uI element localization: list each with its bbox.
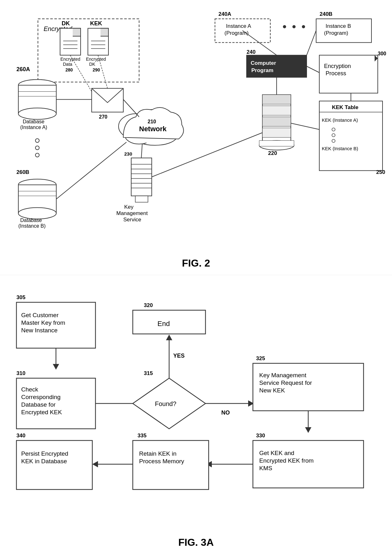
svg-rect-89	[135, 196, 148, 202]
svg-text:(Instance B): (Instance B)	[18, 223, 46, 229]
svg-text:Encrypted KEK: Encrypted KEK	[21, 409, 62, 416]
svg-text:Key Management: Key Management	[259, 372, 307, 379]
svg-point-104	[35, 139, 39, 143]
svg-point-20	[18, 108, 56, 120]
svg-marker-114	[53, 364, 59, 370]
svg-text:Process: Process	[326, 70, 346, 77]
svg-text:270: 270	[99, 114, 107, 120]
svg-text:Get Customer: Get Customer	[21, 312, 59, 318]
svg-rect-150	[133, 440, 209, 489]
svg-text:(Instance A): (Instance A)	[20, 125, 47, 130]
svg-line-94	[141, 144, 142, 158]
svg-text:DK: DK	[62, 20, 70, 27]
svg-rect-68	[259, 141, 294, 146]
svg-text:Database: Database	[23, 119, 45, 124]
svg-text:Data: Data	[63, 62, 72, 67]
svg-text:240: 240	[247, 49, 255, 55]
fig2-diagram: Encrypted DK KEK Encrypted Data 280	[0, 0, 392, 275]
envelope-icon: 270	[92, 89, 123, 120]
svg-line-61	[307, 66, 319, 73]
svg-rect-25	[92, 89, 123, 112]
svg-text:325: 325	[256, 355, 265, 361]
svg-text:330: 330	[256, 433, 265, 439]
svg-line-55	[307, 31, 316, 55]
fig2-label: FIG. 2	[0, 252, 392, 272]
svg-text:Instance A: Instance A	[226, 23, 251, 29]
svg-text:280: 280	[65, 67, 73, 72]
svg-text:Database for: Database for	[21, 401, 56, 408]
svg-rect-143	[253, 440, 364, 488]
svg-text:Found?: Found?	[155, 400, 176, 407]
svg-text:Service: Service	[123, 217, 141, 223]
svg-text:Retain KEK in: Retain KEK in	[139, 450, 176, 457]
svg-text:KEK Table: KEK Table	[332, 104, 358, 110]
svg-text:Network: Network	[139, 125, 167, 133]
svg-rect-50	[247, 55, 307, 77]
svg-rect-66	[262, 128, 291, 138]
svg-text:Encrypted KEK from: Encrypted KEK from	[259, 457, 314, 464]
svg-text:315: 315	[144, 370, 153, 376]
svg-text:KEK (Instance A): KEK (Instance A)	[322, 117, 358, 123]
svg-text:230: 230	[124, 151, 132, 157]
svg-text:290: 290	[93, 67, 100, 72]
doc-dk-icon: Encrypted Data 280	[60, 28, 81, 72]
svg-text:260A: 260A	[16, 66, 30, 72]
doc-kek-icon: Encrypted DK 290	[86, 28, 108, 72]
svg-point-49	[302, 25, 305, 28]
svg-rect-71	[319, 101, 383, 171]
fig3a-diagram: 305 Get Customer Master Key from New Ins…	[0, 275, 392, 554]
svg-line-81	[291, 123, 319, 130]
svg-text:300: 300	[378, 51, 386, 56]
svg-text:KEK: KEK	[90, 20, 102, 27]
db-instance-a: Database (Instance A)	[18, 80, 56, 130]
svg-text:DK: DK	[89, 62, 95, 67]
svg-text:KEK in Database: KEK in Database	[21, 458, 67, 465]
svg-line-107	[56, 142, 126, 199]
svg-rect-156	[16, 440, 92, 489]
svg-text:End: End	[157, 320, 170, 328]
svg-text:240A: 240A	[218, 11, 231, 17]
network-cloud: Network 210	[119, 108, 184, 145]
svg-rect-82	[131, 158, 152, 196]
svg-text:Check: Check	[21, 386, 38, 393]
svg-text:KMS: KMS	[259, 465, 272, 471]
svg-text:250: 250	[376, 169, 385, 175]
svg-text:KEK (Instance B): KEK (Instance B)	[322, 146, 358, 151]
server-icon: 220	[259, 95, 294, 156]
svg-point-48	[292, 25, 296, 28]
page: Encrypted DK KEK Encrypted Data 280	[0, 0, 392, 554]
svg-point-47	[283, 25, 286, 28]
svg-text:Program: Program	[251, 67, 273, 73]
svg-text:335: 335	[138, 433, 146, 439]
svg-marker-154	[92, 461, 98, 467]
svg-point-105	[35, 146, 39, 150]
svg-rect-63	[262, 95, 291, 104]
svg-text:Encrypted: Encrypted	[60, 57, 80, 62]
svg-text:(Program): (Program)	[224, 30, 249, 36]
svg-text:Encrypted: Encrypted	[86, 57, 106, 62]
svg-text:Process Memory: Process Memory	[139, 458, 184, 465]
svg-text:New Instance: New Instance	[21, 327, 58, 334]
svg-text:New KEK: New KEK	[259, 387, 285, 394]
svg-text:(Program): (Program)	[324, 30, 348, 36]
db-instance-b: Database (Instance B)	[18, 179, 56, 229]
svg-text:Instance B: Instance B	[326, 23, 351, 29]
svg-text:Encryption: Encryption	[324, 63, 351, 69]
svg-text:Master Key from: Master Key from	[21, 319, 65, 326]
svg-text:260B: 260B	[16, 169, 29, 175]
svg-rect-65	[262, 117, 291, 126]
svg-text:Key: Key	[124, 204, 134, 210]
svg-marker-141	[305, 427, 311, 433]
svg-text:320: 320	[144, 302, 153, 308]
svg-text:340: 340	[16, 433, 25, 439]
svg-text:YES: YES	[173, 353, 185, 359]
svg-marker-127	[166, 335, 172, 340]
svg-text:240B: 240B	[320, 11, 333, 17]
svg-text:Computer: Computer	[251, 60, 276, 66]
svg-text:210: 210	[148, 119, 156, 124]
fig3a-label: FIG. 3A	[0, 537, 392, 548]
svg-text:Corresponding: Corresponding	[21, 394, 61, 400]
svg-text:Service Request for: Service Request for	[259, 379, 312, 386]
svg-text:305: 305	[16, 294, 25, 300]
svg-text:Persist Encrypted: Persist Encrypted	[21, 450, 68, 457]
